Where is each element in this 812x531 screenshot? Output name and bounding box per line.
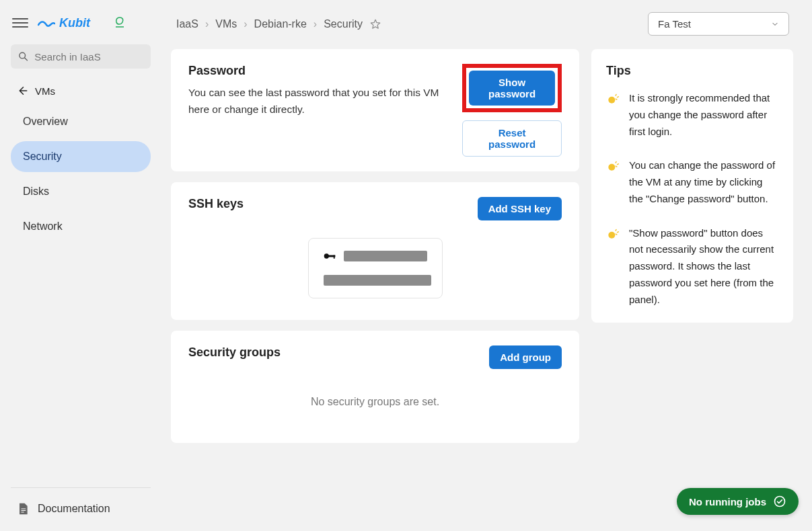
svg-point-5 xyxy=(608,97,615,104)
search-input[interactable] xyxy=(34,51,144,63)
password-title: Password xyxy=(188,64,451,78)
ssh-keys-card: SSH keys Add SSH key xyxy=(171,182,579,320)
ssh-key-item[interactable] xyxy=(308,238,443,298)
sidebar: Kubit VMs Overview Security Disks Networ… xyxy=(0,0,161,531)
password-card: Password You can see the last password t… xyxy=(171,49,579,171)
highlight-annotation: Show password xyxy=(462,64,562,112)
lightbulb-icon xyxy=(606,160,620,207)
sidebar-item-overview[interactable]: Overview xyxy=(11,106,151,137)
jobs-status-badge[interactable]: No running jobs xyxy=(677,488,799,515)
svg-point-7 xyxy=(608,231,615,238)
main-area: IaaS › VMs › Debian-rke › Security Fa Te… xyxy=(161,0,812,531)
show-password-button[interactable]: Show password xyxy=(469,71,555,106)
skeleton-placeholder xyxy=(344,251,427,261)
tips-card: Tips It is strongly recommended that you… xyxy=(591,49,793,323)
chevron-right-icon: › xyxy=(244,18,247,30)
key-icon xyxy=(324,251,338,261)
sidebar-item-label: Security xyxy=(23,151,62,162)
sidebar-item-security[interactable]: Security xyxy=(11,141,151,172)
add-ssh-key-button[interactable]: Add SSH key xyxy=(478,197,562,220)
ssh-title: SSH keys xyxy=(188,197,244,211)
chevron-down-icon xyxy=(771,20,779,28)
nav-back-label: VMs xyxy=(35,85,55,97)
ssh-body xyxy=(188,220,562,305)
sidebar-item-label: Network xyxy=(23,220,63,232)
project-selector[interactable]: Fa Test xyxy=(648,12,789,36)
security-groups-card: Security groups Add group No security gr… xyxy=(171,331,579,443)
divider xyxy=(11,487,151,488)
documentation-link[interactable]: Documentation xyxy=(7,493,155,524)
password-description: You can see the last password that you s… xyxy=(188,85,451,118)
lightbulb-icon xyxy=(606,93,620,140)
svg-point-2 xyxy=(324,253,328,258)
add-group-button[interactable]: Add group xyxy=(489,345,562,369)
jobs-status-label: No running jobs xyxy=(689,496,766,507)
nav-back[interactable]: VMs xyxy=(7,78,155,104)
search-box[interactable] xyxy=(11,44,151,69)
tip-text: You can change the password of the VM at… xyxy=(629,157,778,207)
sidebar-item-label: Disks xyxy=(23,186,49,197)
security-groups-title: Security groups xyxy=(188,345,281,360)
breadcrumb-item[interactable]: Security xyxy=(324,18,363,30)
security-groups-empty: No security groups are set. xyxy=(188,369,562,428)
lightbulb-icon xyxy=(606,228,620,309)
secondary-logo-icon[interactable] xyxy=(113,16,126,30)
tip-item: It is strongly recommended that you chan… xyxy=(606,90,778,140)
check-circle-icon xyxy=(773,495,786,508)
chevron-right-icon: › xyxy=(313,18,317,30)
svg-line-1 xyxy=(25,58,28,60)
brand-name: Kubit xyxy=(59,16,90,30)
nav-items: Overview Security Disks Network xyxy=(7,106,155,242)
breadcrumb: IaaS › VMs › Debian-rke › Security xyxy=(176,18,381,30)
reset-password-button[interactable]: Reset password xyxy=(462,120,562,157)
project-selector-value: Fa Test xyxy=(658,18,691,30)
topbar: IaaS › VMs › Debian-rke › Security Fa Te… xyxy=(164,0,805,42)
search-icon xyxy=(17,50,29,63)
breadcrumb-item[interactable]: VMs xyxy=(215,18,237,30)
sidebar-item-network[interactable]: Network xyxy=(11,211,151,242)
svg-rect-4 xyxy=(333,255,334,259)
main-column: Password You can see the last password t… xyxy=(171,49,579,443)
skeleton-placeholder xyxy=(324,275,431,286)
tips-title: Tips xyxy=(606,64,778,78)
brand-logo[interactable]: Kubit xyxy=(38,16,90,30)
svg-point-0 xyxy=(20,52,26,58)
star-icon[interactable] xyxy=(369,18,381,30)
menu-icon[interactable] xyxy=(12,15,28,31)
breadcrumb-item[interactable]: Debian-rke xyxy=(254,18,307,30)
chevron-right-icon: › xyxy=(205,18,209,30)
tip-text: It is strongly recommended that you chan… xyxy=(629,90,778,140)
document-icon xyxy=(16,501,30,516)
svg-point-8 xyxy=(775,497,785,507)
tip-text: "Show password" button does not necessar… xyxy=(629,225,778,309)
breadcrumb-item[interactable]: IaaS xyxy=(176,18,198,30)
sidebar-item-disks[interactable]: Disks xyxy=(11,176,151,207)
svg-point-6 xyxy=(608,164,615,171)
arrow-left-icon xyxy=(16,85,28,97)
sidebar-item-label: Overview xyxy=(23,116,68,127)
content: Password You can see the last password t… xyxy=(164,42,805,443)
tip-item: You can change the password of the VM at… xyxy=(606,157,778,207)
tip-item: "Show password" button does not necessar… xyxy=(606,225,778,309)
sidebar-header: Kubit xyxy=(7,7,155,42)
documentation-label: Documentation xyxy=(38,503,110,515)
wave-icon xyxy=(38,18,55,28)
tips-column: Tips It is strongly recommended that you… xyxy=(591,49,793,443)
